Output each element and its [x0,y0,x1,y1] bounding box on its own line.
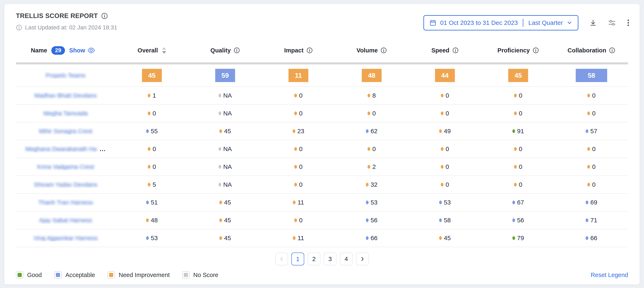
score-dot-acceptable [586,129,588,133]
member-name-link[interactable]: Mihir Sonagra Crest [39,128,92,135]
score-dot-need-improvement [293,201,296,204]
score-value: 49 [444,128,451,135]
member-name-link[interactable]: Viraj Ajgaonkar Harness [34,235,98,242]
score-dot-need-improvement [219,218,222,222]
column-settings-button[interactable] [608,19,616,27]
score-value: 57 [590,128,597,135]
score-dot-need-improvement [368,147,370,151]
column-info-icon[interactable] [380,47,387,54]
legend-item-good[interactable]: Good [16,271,42,279]
score-cell: 45 [408,234,482,242]
score-dot-need-improvement [587,94,590,97]
column-info-icon[interactable] [306,47,313,54]
score-dot-need-improvement [219,236,222,240]
score-cell: 0 [262,181,335,188]
score-value: 0 [152,145,156,152]
score-value: 0 [519,163,522,170]
score-dot-need-improvement [368,111,370,115]
legend-swatch [109,273,113,277]
pagination-page-3[interactable]: 3 [324,252,336,265]
column-header-label: Overall [138,47,158,54]
show-label: Show [69,47,85,54]
score-value: 11 [298,234,304,242]
member-name-link[interactable]: Shivam Yadav Devdans [34,181,98,188]
summary-score-box: 11 [288,69,308,82]
legend-item-no-score[interactable]: No Score [182,271,218,279]
score-cell: 0 [408,92,482,99]
team-name-link[interactable]: Propelo Teams [46,72,86,79]
title-info-icon[interactable] [101,13,108,19]
score-value: 48 [151,217,158,224]
member-name-link[interactable]: Megha Tamvada [44,110,88,117]
member-name-link[interactable]: Thanh Tran Harness [38,199,93,206]
score-value: 0 [519,145,522,152]
download-button[interactable] [589,19,597,27]
score-dot-acceptable [146,201,149,204]
score-cell: 45 [188,217,262,224]
score-value: 0 [519,92,522,99]
score-value: 0 [592,163,596,170]
column-header-name: Name 29 Show [16,46,115,55]
table-row: Megha Tamvada0NA00000 [16,105,628,122]
pagination-page-1[interactable]: 1 [291,252,304,265]
member-name-cell: Madhav Bhatt Devdans [16,92,115,99]
score-dot-need-improvement [219,129,222,133]
member-name-link[interactable]: Meghana Dwarakanath Ha [25,146,97,152]
member-name-link[interactable]: Madhav Bhatt Devdans [34,92,97,99]
score-cell: 11 [262,199,335,206]
report-controls: 01 Oct 2023 to 31 Dec 2023 Last Quarter [424,15,630,31]
legend-swatch [18,273,22,277]
score-dot-need-improvement [294,218,297,222]
pagination-page-4[interactable]: 4 [340,252,353,265]
score-dot-need-improvement [587,183,590,186]
score-cell: 56 [482,217,555,224]
column-info-icon[interactable] [533,47,539,54]
score-value: 67 [517,199,524,206]
member-name-link[interactable]: Krina Vadgama Crest [37,163,94,170]
score-value: 53 [444,199,451,206]
date-range-picker[interactable]: 01 Oct 2023 to 31 Dec 2023 Last Quarter [424,15,578,31]
member-name-link[interactable]: Ajay Sabat Harness [39,217,92,224]
column-info-icon[interactable] [234,47,240,54]
legend-item-acceptable[interactable]: Acceptable [54,271,95,279]
legend-item-need-improvement[interactable]: Need Improvement [108,271,170,279]
sort-control[interactable] [162,47,166,54]
score-dot-acceptable [586,218,588,222]
score-value: 0 [299,145,302,152]
score-value: NA [223,181,232,188]
legend-label: Acceptable [66,272,95,278]
score-cell: 56 [335,217,408,224]
summary-score-box: 45 [142,69,162,82]
column-info-icon[interactable] [452,47,458,54]
column-header-volume: Volume [335,47,408,54]
member-name-cell: Viraj Ajgaonkar Harness [16,235,115,242]
pagination-next-button[interactable] [356,252,369,265]
score-value: 8 [372,92,376,99]
score-dot-need-improvement [294,94,297,97]
last-updated-info-icon[interactable] [16,25,22,31]
summary-score-box: 48 [362,69,382,82]
column-info-icon[interactable] [609,47,615,54]
score-dot-need-improvement [148,111,150,115]
score-cell: NA [188,163,262,170]
score-value: 53 [371,199,378,206]
score-cell: 53 [335,199,408,206]
score-dot-acceptable [512,201,515,204]
pagination-prev-button[interactable] [275,252,288,265]
column-header-label: Quality [210,47,231,54]
score-dot-need-improvement [294,165,297,169]
column-header-impact: Impact [262,47,335,54]
show-names-button[interactable]: Show [69,47,95,54]
score-legend: GoodAcceptableNeed ImprovementNo Score [16,271,218,279]
score-value: 0 [372,110,376,117]
report-header: TRELLIS SCORE REPORT [4,4,640,31]
column-header-proficiency: Proficiency [482,47,555,54]
reset-legend-link[interactable]: Reset Legend [590,272,628,278]
pagination-page-2[interactable]: 2 [308,252,320,265]
score-cell: 0 [482,110,555,117]
score-dot-need-improvement [587,147,590,151]
score-cell: NA [188,145,262,152]
score-cell: 0 [555,163,628,170]
summary-score-box: 45 [508,69,528,82]
more-options-button[interactable] [627,19,630,27]
